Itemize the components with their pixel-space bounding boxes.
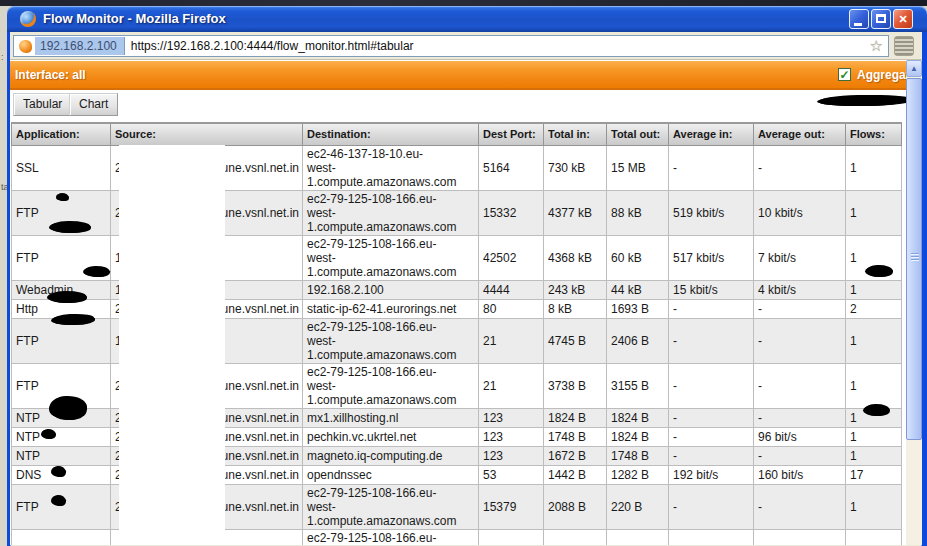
redaction-mark [50, 221, 90, 233]
cell-flows: 2 [846, 299, 902, 318]
cell-average-in: - [669, 145, 754, 190]
redaction-mark [52, 495, 65, 506]
minimize-button[interactable] [849, 9, 869, 29]
cell-total-out: 1693 B [607, 299, 669, 318]
redaction-mark [818, 94, 906, 107]
site-identity-label: 192.168.2.100 [35, 37, 125, 55]
cell-average-in: 519 kbit/s [669, 190, 754, 235]
cell-average-out: 10 kbit/s [754, 190, 846, 235]
close-button[interactable]: ✕ [893, 9, 913, 29]
cell-average-out: - [754, 318, 846, 363]
scrollbar-up-arrow[interactable]: ▲ [906, 60, 922, 77]
cell-destination: magneto.iq-computing.de [303, 446, 479, 465]
cell-total-in: 3738 B [544, 363, 607, 408]
cell-average-out: - [754, 363, 846, 408]
column-header-average-out[interactable]: Average out: [754, 123, 846, 145]
aggregate-checkbox[interactable]: ✓ [838, 68, 851, 81]
cell-total-out: 60 kB [607, 235, 669, 280]
cell-average-in: - [669, 408, 754, 427]
cell-destination: 192.168.2.100 [303, 280, 479, 299]
cell-destination: ec2-79-125-108-166.eu- west-1.compute.am… [303, 529, 479, 545]
cell-dest-port: 123 [479, 427, 544, 446]
cell-destination: ec2-79-125-108-166.eu- west-1.compute.am… [303, 190, 479, 235]
url-input[interactable]: https://192.168.2.100:4444/flow_monitor.… [131, 39, 870, 53]
cell-dest-port: 53 [479, 465, 544, 484]
firefox-icon [20, 11, 36, 27]
cell-dest-port: 4444 [479, 280, 544, 299]
title-bar[interactable]: Flow Monitor - Mozilla Firefox ✕ [7, 6, 927, 32]
cell-total-out: 1824 B [607, 427, 669, 446]
cell-dest-port: 21 [479, 363, 544, 408]
window-title: Flow Monitor - Mozilla Firefox [43, 11, 226, 26]
cell-average-out: 4 kbit/s [754, 280, 846, 299]
redaction-mark [50, 396, 86, 420]
cell-dest-port: 15332 [479, 190, 544, 235]
cell-application: NTP [12, 446, 111, 465]
page-viewport: Interface: all ✓ Aggregate Tabular Chart… [10, 60, 906, 545]
vertical-scrollbar[interactable]: ▲ [906, 60, 922, 545]
cell-total-in: 1748 B [544, 427, 607, 446]
cell-total-out: 1282 B [607, 465, 669, 484]
cell-average-in: - [669, 484, 754, 529]
column-header-flows[interactable]: Flows: [846, 123, 902, 145]
column-header-average-in[interactable]: Average in: [669, 123, 754, 145]
bookmark-star-icon[interactable]: ☆ [870, 37, 883, 55]
location-bar[interactable]: 192.168.2.100 https://192.168.2.100:4444… [13, 35, 889, 57]
cell-average-in: - [669, 363, 754, 408]
cell-average-in: 517 kbit/s [669, 235, 754, 280]
firefox-window: Flow Monitor - Mozilla Firefox ✕ 192.168… [7, 6, 927, 546]
cell-dest-port: 42502 [479, 235, 544, 280]
redaction-mark [864, 404, 889, 416]
cell-dest-port: 15379 [479, 484, 544, 529]
cell-average-out: - [754, 408, 846, 427]
cell-dest-port: 47980 [479, 529, 544, 545]
cell-flows: 1 [846, 446, 902, 465]
cell-average-in: - [669, 427, 754, 446]
column-header-source[interactable]: Source: [111, 123, 303, 145]
cell-application: FTP [12, 484, 111, 529]
cell-flows: 1 [846, 484, 902, 529]
cell-dest-port: 21 [479, 318, 544, 363]
cell-total-out: 3155 B [607, 363, 669, 408]
cell-flows: 1 [846, 190, 902, 235]
cell-total-out: 220 B [607, 484, 669, 529]
cell-total-in: 8 kB [544, 299, 607, 318]
tab-tabular[interactable]: Tabular [13, 93, 72, 116]
maximize-button[interactable] [871, 9, 891, 29]
cell-average-in: - [669, 446, 754, 465]
column-header-total-out[interactable]: Total out: [607, 123, 669, 145]
cell-destination: ec2-79-125-108-166.eu- west-1.compute.am… [303, 484, 479, 529]
column-header-destination[interactable]: Destination: [303, 123, 479, 145]
cell-dest-port: 123 [479, 408, 544, 427]
site-identity-button[interactable]: 192.168.2.100 [16, 37, 125, 55]
scrollbar-thumb[interactable] [906, 78, 922, 440]
tab-chart[interactable]: Chart [69, 93, 118, 116]
cell-application: NTP [12, 427, 111, 446]
cell-application: SSL [12, 145, 111, 190]
interface-header-bar: Interface: all ✓ Aggregate [10, 61, 906, 90]
cell-average-in: - [669, 529, 754, 545]
column-header-total-in[interactable]: Total in: [544, 123, 607, 145]
cell-destination: ec2-79-125-108-166.eu- west-1.compute.am… [303, 318, 479, 363]
scrollbar-grip [911, 253, 919, 262]
aggregate-label: Aggregate [857, 68, 906, 82]
column-header-application[interactable]: Application: [12, 123, 111, 145]
cell-flows: 1 [846, 318, 902, 363]
redaction-mark [42, 429, 55, 439]
cell-flows: 1 [846, 427, 902, 446]
site-identity-icon [19, 40, 32, 53]
cell-total-out: 44 kB [607, 280, 669, 299]
cell-average-out: 7 kbit/s [754, 235, 846, 280]
cell-total-in: 1824 B [544, 408, 607, 427]
cell-destination: ec2-46-137-18-10.eu- west-1.compute.amaz… [303, 145, 479, 190]
cell-flows: 1 [846, 363, 902, 408]
cell-dest-port: 5164 [479, 145, 544, 190]
cell-average-out: - [754, 145, 846, 190]
cell-total-out: 2406 B [607, 318, 669, 363]
column-header-dest-port[interactable]: Dest Port: [479, 123, 544, 145]
cell-application: FTP [12, 318, 111, 363]
cell-flows: 1 [846, 145, 902, 190]
source-column-redaction [119, 145, 225, 545]
cell-total-out: 1748 B [607, 446, 669, 465]
toolbar-grid-icon[interactable] [894, 36, 914, 56]
